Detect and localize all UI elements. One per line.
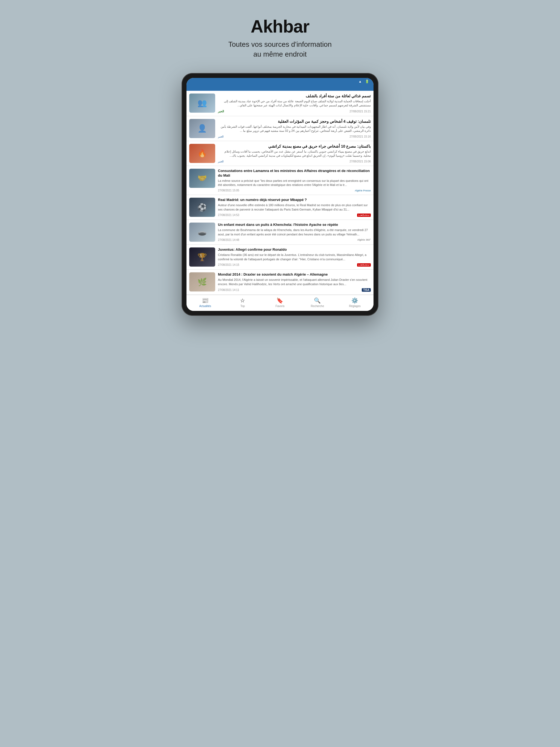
tab-actualites-label: Actualités bbox=[199, 305, 211, 308]
page-wrapper: Akhbar Toutes vos sources d'informationa… bbox=[173, 11, 387, 316]
news-headline: Juventus: Allegri confirme pour Ronaldo bbox=[218, 248, 371, 252]
list-item[interactable]: 🤝 Consustations entre Lamamra et les min… bbox=[186, 166, 374, 195]
actualites-icon: 📰 bbox=[202, 297, 209, 304]
tab-top[interactable]: ☆ Top bbox=[224, 297, 261, 308]
app-title: Akhbar bbox=[251, 17, 309, 36]
tab-actualites[interactable]: 📰 Actualités bbox=[186, 297, 224, 308]
news-content: تلمسان: توقيف 4 أشخاص وحجز كمية من المؤث… bbox=[218, 119, 371, 138]
news-source: الخبر bbox=[218, 160, 224, 163]
news-meta: 27/08/2021 14:53 Le●Buteur bbox=[218, 213, 371, 217]
news-source: Algérie 360° bbox=[357, 238, 371, 241]
news-source: الخبر bbox=[218, 135, 224, 138]
news-headline: Mondial 2014 : Draxler se souvient du ma… bbox=[218, 272, 371, 277]
news-summary: Au Mondial 2014, l'Algérie a laissé un s… bbox=[218, 278, 371, 286]
recherche-icon: 🔍 bbox=[314, 297, 321, 304]
news-date: 27/08/2021 14:15 bbox=[218, 263, 239, 266]
news-content: Consustations entre Lamamra et les minis… bbox=[218, 169, 371, 192]
news-thumbnail: 🏆 bbox=[189, 248, 215, 266]
news-summary: La commune de Bouhmama de la wilaya de K… bbox=[218, 228, 371, 236]
news-summary: Cristiano Ronaldo (36 ans) est sur le dé… bbox=[218, 253, 371, 261]
news-summary: أجلت إسعافات الحماية المدنية لولاية الشل… bbox=[218, 99, 371, 108]
list-item[interactable]: 👤 تلمسان: توقيف 4 أشخاص وحجز كمية من الم… bbox=[186, 116, 374, 141]
list-item[interactable]: 🕳️ Un enfant meurt dans un puits à Khenc… bbox=[186, 220, 374, 245]
news-thumbnail: 👤 bbox=[189, 119, 215, 138]
news-summary: وفي بيان لأمن ولاية تلمسان، أنه في اطار … bbox=[218, 125, 371, 133]
tab-recherche-label: Recherche bbox=[311, 305, 324, 308]
news-thumbnail: 👥 bbox=[189, 94, 215, 113]
favoris-icon: 🔖 bbox=[276, 297, 283, 304]
tab-favoris[interactable]: 🔖 Favoris bbox=[261, 297, 299, 308]
news-headline: تسمم غذائي لعائلة من ستة أفراد بالشلف bbox=[218, 94, 371, 98]
top-nav bbox=[186, 85, 374, 91]
list-item[interactable]: ⚽ Real Madrid: un numéro déjà réservé po… bbox=[186, 195, 374, 220]
news-content: Mondial 2014 : Draxler se souvient du ma… bbox=[218, 272, 371, 292]
news-source: TISA bbox=[362, 288, 371, 292]
news-content: تسمم غذائي لعائلة من ستة أفراد بالشلف أج… bbox=[218, 94, 371, 113]
news-meta: 27/08/2021 14:15 Le●Buteur bbox=[218, 263, 371, 266]
reglages-icon: ⚙️ bbox=[351, 297, 358, 304]
news-summary: Auteur d'une nouvelle offre estimée à 18… bbox=[218, 203, 371, 212]
news-thumbnail: ⚽ bbox=[189, 198, 215, 217]
news-list: 👥 تسمم غذائي لعائلة من ستة أفراد بالشلف … bbox=[186, 91, 374, 295]
news-headline: Un enfant meurt dans un puits à Khenchel… bbox=[218, 223, 371, 227]
news-date: 27/08/2021 15:21 bbox=[350, 110, 371, 113]
news-thumbnail: 🌿 bbox=[189, 272, 215, 291]
wifi-icon: ▲ bbox=[358, 80, 362, 83]
news-date: 27/08/2021 14:11 bbox=[218, 288, 239, 291]
device-frame: ▲ 🔋 👥 تسمم غذائي لعائلة من ستة أفراد با bbox=[182, 73, 378, 316]
news-meta: 27/08/2021 14:48 Algérie 360° bbox=[218, 238, 371, 241]
tab-reglages-label: Réglages bbox=[349, 305, 360, 308]
news-summary: اندلع حريق في مصنع بميناء كراتشي جنوبي ب… bbox=[218, 150, 371, 158]
tab-bar: 📰 Actualités ☆ Top 🔖 Favoris 🔍 Recherche… bbox=[186, 295, 374, 311]
news-date: 27/08/2021 15:05 bbox=[218, 189, 239, 192]
status-bar: ▲ 🔋 bbox=[186, 78, 374, 85]
news-source: Algérie Presse bbox=[355, 189, 371, 192]
news-thumbnail: 🔥 bbox=[189, 144, 215, 163]
app-subtitle: Toutes vos sources d'informationau même … bbox=[228, 40, 332, 59]
news-date: 27/08/2021 14:48 bbox=[218, 238, 239, 241]
news-source: Le●Buteur bbox=[357, 213, 371, 217]
news-content: Real Madrid: un numéro déjà réservé pour… bbox=[218, 198, 371, 217]
news-meta: 27/08/2021 14:11 TISA bbox=[218, 288, 371, 292]
news-meta: الخبر 27/08/2021 15:06 bbox=[218, 160, 371, 163]
news-meta: الحبر 27/08/2021 15:21 bbox=[218, 110, 371, 113]
tab-favoris-label: Favoris bbox=[276, 305, 285, 308]
news-summary: La même source a précisé que "les deux p… bbox=[218, 179, 371, 187]
news-content: Un enfant meurt dans un puits à Khenchel… bbox=[218, 223, 371, 241]
news-source: الحبر bbox=[218, 110, 224, 113]
news-source: Le●Buteur bbox=[357, 263, 371, 266]
news-date: 27/08/2021 15:16 bbox=[350, 135, 371, 138]
list-item[interactable]: 👥 تسمم غذائي لعائلة من ستة أفراد بالشلف … bbox=[186, 91, 374, 116]
tab-reglages[interactable]: ⚙️ Réglages bbox=[336, 297, 374, 308]
status-indicators: ▲ 🔋 bbox=[358, 80, 369, 83]
news-headline: باكستان: مصرع 10 أشخاص جراء حريق في مصنع… bbox=[218, 144, 371, 149]
top-icon: ☆ bbox=[240, 297, 245, 304]
device-screen: ▲ 🔋 👥 تسمم غذائي لعائلة من ستة أفراد با bbox=[186, 78, 374, 311]
news-content: باكستان: مصرع 10 أشخاص جراء حريق في مصنع… bbox=[218, 144, 371, 163]
tab-top-label: Top bbox=[240, 305, 245, 308]
news-date: 27/08/2021 15:06 bbox=[350, 160, 371, 163]
news-thumbnail: 🕳️ bbox=[189, 223, 215, 242]
news-content: Juventus: Allegri confirme pour Ronaldo … bbox=[218, 248, 371, 266]
news-headline: تلمسان: توقيف 4 أشخاص وحجز كمية من المؤث… bbox=[218, 119, 371, 124]
news-meta: الخبر 27/08/2021 15:16 bbox=[218, 135, 371, 138]
news-headline: Real Madrid: un numéro déjà réservé pour… bbox=[218, 198, 371, 202]
tab-recherche[interactable]: 🔍 Recherche bbox=[299, 297, 336, 308]
list-item[interactable]: 🏆 Juventus: Allegri confirme pour Ronald… bbox=[186, 245, 374, 269]
news-headline: Consustations entre Lamamra et les minis… bbox=[218, 169, 371, 178]
news-thumbnail: 🤝 bbox=[189, 169, 215, 188]
battery-icon: 🔋 bbox=[365, 80, 369, 83]
news-meta: 27/08/2021 15:05 Algérie Presse bbox=[218, 189, 371, 192]
news-date: 27/08/2021 14:53 bbox=[218, 213, 239, 216]
list-item[interactable]: 🔥 باكستان: مصرع 10 أشخاص جراء حريق في مص… bbox=[186, 141, 374, 166]
list-item[interactable]: 🌿 Mondial 2014 : Draxler se souvient du … bbox=[186, 269, 374, 295]
status-time bbox=[191, 80, 192, 84]
